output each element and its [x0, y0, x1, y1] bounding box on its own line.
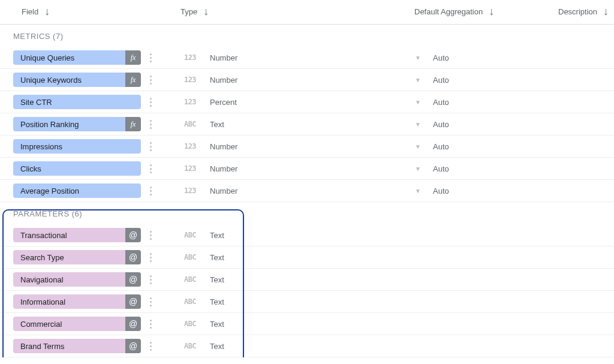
type-cell[interactable]: ABCText	[180, 275, 414, 284]
type-cell[interactable]: 123Number	[180, 164, 414, 173]
number-type-icon: 123	[180, 164, 200, 173]
table-row: Unique Keywordsfx123Number▼Auto	[0, 69, 614, 91]
aggregation-cell[interactable]: ▼Auto	[414, 98, 534, 107]
text-type-icon: ABC	[180, 275, 200, 284]
header-field[interactable]: Field ↓	[22, 6, 180, 17]
type-cell[interactable]: ABCText	[180, 320, 414, 329]
field-chip[interactable]: Unique Keywordsfx	[13, 73, 141, 87]
type-label: Percent	[210, 98, 237, 107]
type-cell[interactable]: ABCText	[180, 231, 414, 240]
field-chip[interactable]: Search Type@	[13, 250, 141, 264]
number-type-icon: 123	[180, 186, 200, 195]
type-label: Text	[210, 297, 224, 306]
aggregation-label: Auto	[433, 76, 449, 85]
text-type-icon: ABC	[180, 320, 200, 328]
type-cell[interactable]: ABCText	[180, 342, 414, 351]
field-chip-label: Commercial	[13, 320, 125, 329]
more-menu-icon[interactable]	[143, 161, 158, 176]
dropdown-caret-icon: ▼	[414, 99, 422, 106]
sort-arrow-icon: ↓	[603, 6, 609, 17]
header-type[interactable]: Type ↓	[180, 6, 414, 17]
number-type-icon: 123	[180, 98, 200, 106]
type-cell[interactable]: ABCText	[180, 120, 414, 129]
parameter-badge-icon: @	[125, 272, 141, 287]
type-cell[interactable]: ABCText	[180, 297, 414, 306]
field-chip-label: Informational	[13, 297, 125, 306]
field-chip[interactable]: Informational@	[13, 294, 141, 309]
aggregation-cell[interactable]: ▼Auto	[414, 164, 534, 173]
aggregation-cell[interactable]: ▼Auto	[414, 53, 534, 62]
header-description[interactable]: Description ↓	[558, 6, 609, 17]
field-cell: Brand Terms@	[0, 339, 180, 353]
aggregation-cell[interactable]: ▼Auto	[414, 120, 534, 129]
header-type-label: Type	[180, 7, 197, 16]
more-menu-icon[interactable]	[143, 339, 158, 353]
field-chip[interactable]: Transactional@	[13, 228, 141, 242]
field-chip[interactable]: Brand Terms@	[13, 339, 141, 353]
type-label: Number	[210, 53, 237, 62]
field-chip[interactable]: Site CTR	[13, 95, 141, 109]
more-menu-icon[interactable]	[143, 73, 158, 87]
dropdown-caret-icon: ▼	[414, 188, 422, 194]
field-chip-label: Position Ranking	[13, 120, 125, 129]
field-cell: Position Rankingfx	[0, 117, 180, 131]
aggregation-cell[interactable]: ▼Auto	[414, 186, 534, 195]
field-chip[interactable]: Unique Queriesfx	[13, 50, 141, 65]
table-row: Navigational@ABCText	[0, 269, 614, 291]
header-aggregation[interactable]: Default Aggregation ↓	[414, 6, 558, 17]
aggregation-cell[interactable]: ▼Auto	[414, 76, 534, 85]
parameter-badge-icon: @	[125, 339, 141, 353]
field-cell: Search Type@	[0, 250, 180, 264]
text-type-icon: ABC	[180, 297, 200, 306]
parameter-badge-icon: @	[125, 317, 141, 331]
more-menu-icon[interactable]	[143, 272, 158, 287]
dropdown-caret-icon: ▼	[414, 77, 422, 83]
number-type-icon: 123	[180, 76, 200, 84]
more-menu-icon[interactable]	[143, 139, 158, 154]
dropdown-caret-icon: ▼	[414, 166, 422, 172]
field-cell: Clicks	[0, 161, 180, 176]
field-chip[interactable]: Navigational@	[13, 272, 141, 287]
field-chip[interactable]: Impressions	[13, 139, 141, 154]
more-menu-icon[interactable]	[143, 50, 158, 65]
field-chip-label: Site CTR	[13, 98, 141, 107]
sort-arrow-icon: ↓	[203, 6, 209, 17]
type-label: Text	[210, 231, 224, 240]
field-chip[interactable]: Average Position	[13, 183, 141, 198]
text-type-icon: ABC	[180, 120, 200, 128]
field-cell: Informational@	[0, 294, 180, 309]
type-cell[interactable]: 123Number	[180, 53, 414, 62]
number-type-icon: 123	[180, 53, 200, 62]
more-menu-icon[interactable]	[143, 95, 158, 109]
header-field-label: Field	[22, 7, 38, 16]
type-cell[interactable]: 123Number	[180, 76, 414, 85]
aggregation-label: Auto	[433, 98, 449, 107]
aggregation-cell[interactable]: ▼Auto	[414, 142, 534, 151]
type-cell[interactable]: ABCText	[180, 253, 414, 262]
type-cell[interactable]: 123Number	[180, 186, 414, 195]
more-menu-icon[interactable]	[143, 250, 158, 264]
field-chip-label: Transactional	[13, 231, 125, 240]
more-menu-icon[interactable]	[143, 317, 158, 331]
parameter-badge-icon: @	[125, 294, 141, 309]
field-chip[interactable]: Position Rankingfx	[13, 117, 141, 131]
more-menu-icon[interactable]	[143, 228, 158, 242]
type-cell[interactable]: 123Percent	[180, 98, 414, 107]
field-chip-label: Unique Keywords	[13, 76, 125, 85]
header-aggregation-label: Default Aggregation	[414, 7, 483, 16]
aggregation-label: Auto	[433, 142, 449, 151]
type-label: Text	[210, 253, 224, 262]
type-label: Number	[210, 142, 237, 151]
more-menu-icon[interactable]	[143, 183, 158, 198]
field-chip[interactable]: Commercial@	[13, 317, 141, 331]
more-menu-icon[interactable]	[143, 294, 158, 309]
text-type-icon: ABC	[180, 342, 200, 350]
table-row: Transactional@ABCText	[0, 224, 614, 246]
metric-section-title: METRICS (7)	[0, 25, 614, 47]
field-chip[interactable]: Clicks	[13, 161, 141, 176]
more-menu-icon[interactable]	[143, 117, 158, 131]
type-label: Number	[210, 76, 237, 85]
type-cell[interactable]: 123Number	[180, 142, 414, 151]
field-chip-label: Navigational	[13, 275, 125, 284]
field-chip-label: Impressions	[13, 142, 141, 151]
